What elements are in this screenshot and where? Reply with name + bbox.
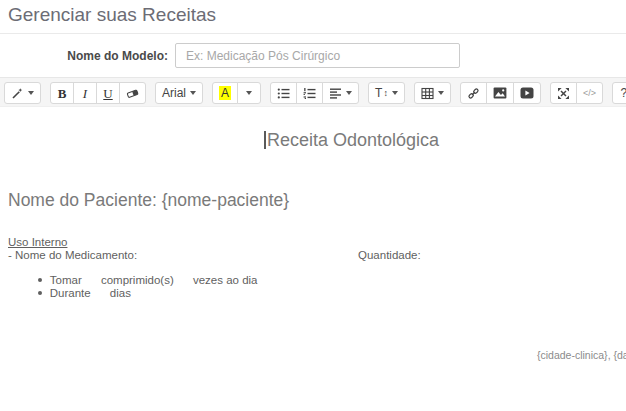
help-button[interactable]: ?	[612, 82, 626, 104]
chevron-down-icon	[438, 91, 444, 95]
italic-button[interactable]: I	[73, 82, 97, 104]
chevron-down-icon	[346, 91, 352, 95]
video-button[interactable]	[513, 82, 541, 104]
link-button[interactable]	[460, 82, 487, 104]
code-icon: </>	[583, 88, 596, 98]
magic-icon	[11, 87, 24, 100]
table-icon	[421, 87, 434, 100]
duration-bullet-item: Durante dias	[25, 275, 131, 311]
video-icon	[520, 87, 534, 99]
codeview-button[interactable]: </>	[576, 82, 603, 104]
insert-group	[460, 82, 541, 104]
underline-button[interactable]: U	[96, 82, 120, 104]
unordered-list-icon	[277, 87, 290, 100]
patient-name-line: Nome do Paciente: {nome-paciente}	[8, 190, 289, 211]
ordered-list-icon	[303, 87, 316, 100]
table-group	[414, 82, 451, 104]
editor-toolbar: B I U Arial A	[0, 77, 626, 107]
chevron-down-icon	[190, 91, 196, 95]
editor-content-area[interactable]: Receita Odontológica Nome do Paciente: {…	[0, 107, 626, 411]
paragraph-group	[270, 82, 359, 104]
ordered-list-button[interactable]	[296, 82, 323, 104]
text-cursor	[264, 131, 266, 149]
fullscreen-icon	[557, 87, 570, 100]
model-name-input[interactable]	[175, 43, 460, 68]
font-family-label: Arial	[162, 86, 186, 100]
chevron-down-icon	[246, 91, 252, 95]
medication-line: - Nome do Medicamento:	[8, 249, 137, 261]
picture-icon	[493, 87, 507, 99]
font-family-dropdown-button[interactable]: Arial	[155, 82, 203, 104]
bullet-icon	[38, 291, 42, 295]
font-color-button[interactable]: A	[212, 82, 238, 104]
fullscreen-button[interactable]	[550, 82, 577, 104]
color-swatch-letter: A	[219, 86, 231, 100]
question-mark-icon: ?	[621, 86, 626, 100]
color-group: A	[212, 82, 261, 104]
table-dropdown-button[interactable]	[414, 82, 451, 104]
paragraph-align-dropdown-button[interactable]	[322, 82, 359, 104]
font-family-group: Arial	[155, 82, 203, 104]
picture-button[interactable]	[486, 82, 514, 104]
style-dropdown-button[interactable]	[4, 82, 41, 104]
style-group	[4, 82, 41, 104]
link-icon	[467, 87, 480, 100]
chevron-down-icon	[392, 91, 398, 95]
text-height-icon: T	[375, 86, 382, 100]
font-style-group: B I U	[50, 82, 146, 104]
color-dropdown-button[interactable]	[237, 82, 261, 104]
up-down-arrow-icon: ↕	[383, 88, 388, 98]
duration-bullet-text: Durante dias	[50, 287, 131, 299]
bold-button[interactable]: B	[50, 82, 74, 104]
city-date-placeholder: {cidade-clinica}, {da	[537, 349, 626, 361]
clear-format-button[interactable]	[119, 82, 146, 104]
line-height-dropdown-button[interactable]: T ↕	[368, 82, 405, 104]
usage-heading: Uso Interno	[8, 236, 67, 248]
help-group: ?	[612, 82, 626, 104]
quantity-label: Quantidade:	[358, 249, 421, 261]
view-group: </>	[550, 82, 603, 104]
page-title: Gerenciar suas Receitas	[8, 4, 216, 26]
eraser-icon	[126, 87, 139, 100]
document-heading: Receita Odontológica	[267, 130, 439, 151]
chevron-down-icon	[28, 91, 34, 95]
unordered-list-button[interactable]	[270, 82, 297, 104]
align-left-icon	[329, 87, 342, 100]
line-height-group: T ↕	[368, 82, 405, 104]
header-divider	[0, 33, 626, 34]
model-name-label: Nome do Modelo:	[0, 49, 168, 63]
